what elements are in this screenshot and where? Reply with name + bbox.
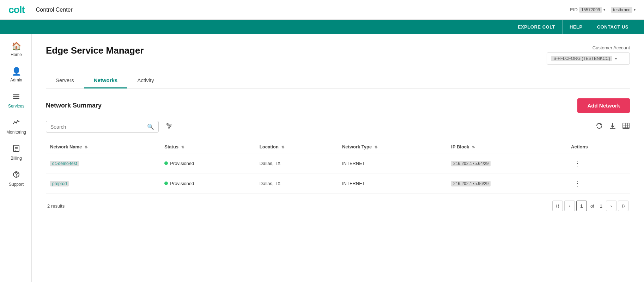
billing-icon: [12, 145, 20, 154]
customer-account-select[interactable]: S-FFLCFORG (TESTBNKCC) ▾: [547, 53, 630, 65]
pagination-row: 2 results ⟨⟨ ‹ 1 of 1 › ⟩⟩: [46, 201, 630, 211]
cell-ip-block-1: 216.202.175.96/29: [447, 173, 567, 194]
sidebar-item-admin[interactable]: 👤 Admin: [0, 62, 31, 87]
filter-icon[interactable]: [163, 120, 175, 134]
last-page-button[interactable]: ⟩⟩: [618, 201, 628, 211]
table-row: preprod Provisioned Dallas, TX INTERNET …: [46, 173, 630, 194]
top-header: colt Control Center EID 15572099 ▾ testb…: [0, 0, 644, 20]
of-label: of: [588, 203, 596, 209]
svg-rect-2: [13, 98, 19, 99]
total-pages: 1: [598, 203, 604, 209]
tab-activity[interactable]: Activity: [127, 73, 164, 88]
app-title: Control Center: [36, 7, 570, 13]
svg-rect-1: [13, 96, 19, 97]
svg-rect-15: [623, 123, 629, 129]
cell-location-1: Dallas, TX: [255, 173, 338, 194]
col-header-location[interactable]: Location ⇅: [255, 141, 338, 153]
sidebar-label-home: Home: [11, 52, 22, 57]
network-name-link-0[interactable]: dc-demo-test: [50, 161, 79, 166]
cell-ip-block-0: 216.202.175.64/29: [447, 153, 567, 173]
status-badge-1: Provisioned: [164, 181, 251, 186]
download-icon[interactable]: [609, 122, 616, 131]
page-number-button[interactable]: 1: [576, 201, 587, 211]
search-left: 🔍: [46, 120, 175, 134]
row-actions-button-1[interactable]: ⋮: [571, 178, 584, 188]
sidebar-item-billing[interactable]: Billing: [0, 140, 31, 166]
main-layout: 🏠 Home 👤 Admin Services Monito: [0, 34, 644, 282]
sort-icon-location: ⇅: [281, 145, 284, 149]
page-title: Edge Service Manager: [46, 45, 144, 56]
sort-icon-ip: ⇅: [472, 145, 475, 149]
results-count: 2 results: [47, 203, 65, 209]
col-header-actions: Actions: [567, 141, 630, 153]
col-header-network-type[interactable]: Network Type ⇅: [338, 141, 447, 153]
sidebar-item-support[interactable]: Support: [0, 166, 31, 192]
svg-rect-0: [13, 94, 19, 95]
customer-account-value: S-FFLCFORG (TESTBNKCC): [551, 56, 612, 61]
header-right: EID 15572099 ▾ testbrncc ▾: [570, 7, 636, 13]
ip-block-value-0: 216.202.175.64/29: [451, 161, 491, 166]
eid-block[interactable]: EID 15572099 ▾: [570, 7, 605, 13]
colt-logo: colt: [8, 4, 25, 16]
ip-block-value-1: 216.202.175.96/29: [451, 181, 491, 186]
table-header-row: Network Name ⇅ Status ⇅ Location ⇅ Netwo…: [46, 141, 630, 153]
section-header: Network Summary Add Network: [46, 98, 630, 113]
svg-point-14: [168, 127, 170, 128]
sidebar-item-services[interactable]: Services: [0, 87, 31, 114]
user-value: testbrncc: [611, 7, 632, 13]
col-header-name[interactable]: Network Name ⇅: [46, 141, 160, 153]
content-area: Edge Service Manager Customer Account S-…: [32, 34, 644, 282]
search-icon[interactable]: 🔍: [147, 123, 154, 130]
help-link[interactable]: HELP: [563, 20, 590, 34]
sidebar-label-monitoring: Monitoring: [6, 130, 26, 135]
sidebar-item-monitoring[interactable]: Monitoring: [0, 114, 31, 140]
sort-icon-name: ⇅: [85, 145, 87, 149]
cell-name-0: dc-demo-test: [46, 153, 160, 173]
columns-icon[interactable]: [622, 122, 630, 131]
sidebar: 🏠 Home 👤 Admin Services Monito: [0, 34, 32, 282]
sidebar-item-home[interactable]: 🏠 Home: [0, 37, 31, 62]
services-icon: [12, 92, 20, 102]
toolbar-right: [595, 122, 630, 131]
add-network-button[interactable]: Add Network: [577, 98, 630, 113]
section-title: Network Summary: [46, 102, 102, 109]
tab-networks[interactable]: Networks: [84, 73, 128, 88]
next-page-button[interactable]: ›: [606, 201, 616, 211]
content-header: Edge Service Manager Customer Account S-…: [46, 45, 630, 65]
status-text-1: Provisioned: [170, 181, 194, 186]
prev-page-button[interactable]: ‹: [564, 201, 575, 211]
table-row: dc-demo-test Provisioned Dallas, TX INTE…: [46, 153, 630, 173]
sort-icon-status: ⇅: [181, 145, 184, 149]
svg-point-12: [167, 123, 168, 125]
sidebar-label-services: Services: [8, 104, 24, 109]
sidebar-label-admin: Admin: [10, 78, 22, 82]
eid-chevron-icon: ▾: [603, 8, 605, 12]
user-block[interactable]: testbrncc ▾: [611, 7, 636, 13]
pagination-controls: ⟨⟨ ‹ 1 of 1 › ⟩⟩: [552, 201, 628, 211]
admin-icon: 👤: [12, 67, 21, 76]
tab-servers[interactable]: Servers: [46, 73, 84, 88]
teal-nav: EXPLORE COLT HELP CONTACT US: [0, 20, 644, 34]
sidebar-label-billing: Billing: [11, 156, 22, 161]
customer-account-chevron-icon: ▾: [615, 57, 617, 61]
refresh-icon[interactable]: [595, 122, 603, 131]
home-icon: 🏠: [12, 42, 21, 51]
sidebar-label-support: Support: [9, 182, 24, 187]
sort-icon-type: ⇅: [375, 145, 377, 149]
search-input[interactable]: [50, 124, 147, 130]
status-dot-1: [164, 182, 168, 185]
cell-status-0: Provisioned: [160, 153, 255, 173]
row-actions-button-0[interactable]: ⋮: [571, 158, 584, 168]
col-header-status[interactable]: Status ⇅: [160, 141, 255, 153]
contact-us-link[interactable]: CONTACT US: [590, 20, 636, 34]
explore-colt-link[interactable]: EXPLORE COLT: [511, 20, 563, 34]
cell-actions-0: ⋮: [567, 153, 630, 173]
monitoring-icon: [12, 118, 20, 128]
status-text-0: Provisioned: [170, 161, 194, 166]
col-header-ip-block[interactable]: IP Block ⇅: [447, 141, 567, 153]
search-filter-row: 🔍: [46, 120, 630, 134]
network-name-link-1[interactable]: preprod: [50, 181, 69, 186]
network-table: Network Name ⇅ Status ⇅ Location ⇅ Netwo…: [46, 141, 630, 194]
first-page-button[interactable]: ⟨⟨: [552, 201, 563, 211]
status-dot-0: [164, 161, 168, 165]
